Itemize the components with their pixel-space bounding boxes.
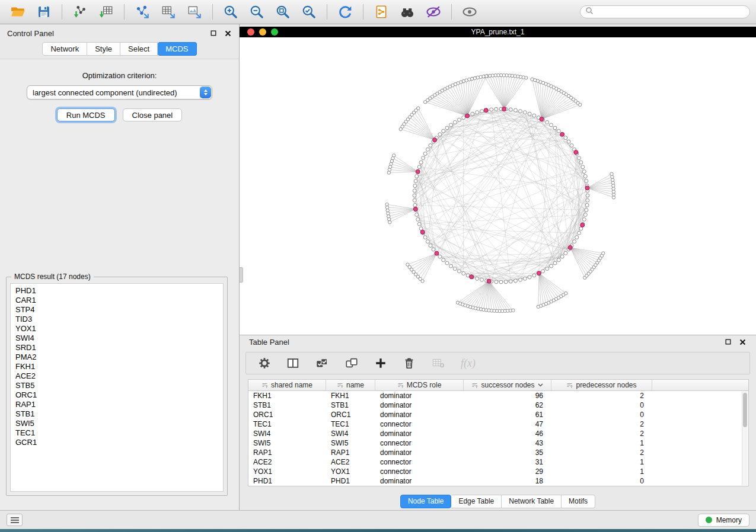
mcds-result-groupbox: MCDS result (17 nodes) PHD1CAR1STP4TID3Y… — [6, 277, 228, 496]
open-folder-icon[interactable] — [6, 2, 30, 21]
zoom-in-icon[interactable] — [219, 2, 243, 21]
mcds-result-item[interactable]: SWI5 — [15, 419, 223, 428]
toolbar-separator — [327, 4, 327, 20]
status-menu-icon[interactable] — [7, 514, 23, 526]
hide-analyzer-icon[interactable] — [422, 2, 445, 21]
desktop-background-strip — [0, 529, 756, 532]
tab-motifs[interactable]: Motifs — [562, 495, 595, 508]
column-header-name[interactable]: name — [326, 380, 375, 390]
maximize-window-icon[interactable] — [271, 28, 278, 36]
close-window-icon[interactable] — [247, 28, 254, 36]
column-header-successor-nodes[interactable]: successor nodes — [464, 380, 551, 390]
mcds-result-item[interactable]: FKH1 — [15, 362, 223, 371]
cell-shared_name: RAP1 — [248, 448, 326, 457]
mcds-result-item[interactable]: ORC1 — [15, 390, 223, 400]
tab-network-table[interactable]: Network Table — [502, 495, 562, 508]
export-table-icon[interactable] — [157, 2, 180, 21]
mcds-result-item[interactable]: PMA2 — [15, 352, 223, 362]
table-row[interactable]: SWI5SWI5connector431 — [248, 438, 748, 448]
column-header-predecessor-nodes[interactable]: predecessor nodes — [551, 380, 652, 390]
table-scrollbar[interactable] — [742, 392, 748, 485]
table-panel: Table Panel — [240, 335, 756, 510]
tab-network[interactable]: Network — [42, 42, 87, 56]
float-panel-icon[interactable] — [724, 338, 732, 346]
cell-shared_name: FKH1 — [248, 392, 326, 400]
zoom-fit-icon[interactable] — [271, 2, 295, 21]
table-row[interactable]: STB1STB1dominator620 — [248, 400, 748, 410]
table-settings-gear-icon[interactable] — [258, 354, 271, 372]
add-column-icon[interactable] — [374, 354, 387, 372]
network-graph[interactable] — [240, 37, 755, 335]
save-icon[interactable] — [32, 2, 56, 21]
tab-style[interactable]: Style — [87, 42, 120, 56]
delete-table-icon — [431, 354, 445, 372]
mcds-result-item[interactable]: PHD1 — [15, 286, 223, 296]
cell-role: dominator — [375, 392, 464, 400]
eye-icon[interactable] — [458, 2, 481, 21]
table-row[interactable]: ACE2ACE2connector311 — [248, 457, 748, 467]
global-search-field[interactable] — [580, 5, 750, 18]
import-network-icon[interactable] — [68, 2, 92, 21]
close-panel-icon[interactable] — [738, 338, 747, 346]
table-row[interactable]: ORC1ORC1dominator610 — [248, 410, 748, 419]
mcds-result-item[interactable]: SWI4 — [15, 334, 223, 343]
cell-pred: 2 — [551, 392, 652, 400]
table-row[interactable]: YOX1YOX1connector291 — [248, 467, 748, 476]
memory-button[interactable]: Memory — [698, 514, 749, 527]
table-panel-tabs: Node TableEdge TableNetwork TableMotifs — [240, 495, 756, 508]
mcds-result-item[interactable]: GCR1 — [15, 438, 223, 447]
main-area: Control Panel NetworkStyleSelectMCDS Opt… — [0, 24, 756, 510]
column-header-shared-name[interactable]: shared name — [248, 380, 326, 390]
table-row[interactable]: PHD1PHD1dominator180 — [248, 476, 748, 486]
network-window-titlebar[interactable]: YPA_prune.txt_1 — [240, 27, 756, 37]
table-scrollbar-thumb[interactable] — [743, 393, 747, 427]
delete-column-icon[interactable] — [403, 354, 416, 372]
mcds-result-item[interactable]: STB1 — [15, 409, 223, 419]
table-row[interactable]: FKH1FKH1dominator962 — [248, 391, 748, 400]
tab-edge-table[interactable]: Edge Table — [451, 495, 502, 508]
export-image-icon[interactable] — [183, 2, 206, 21]
zoom-selected-icon[interactable] — [297, 2, 321, 21]
node-table-body: FKH1FKH1dominator962STB1STB1dominator620… — [248, 391, 748, 486]
deselect-all-columns-icon[interactable] — [344, 354, 359, 372]
mcds-result-item[interactable]: YOX1 — [15, 324, 223, 334]
column-header-MCDS-role[interactable]: MCDS role — [375, 380, 464, 390]
export-network-icon[interactable] — [130, 2, 154, 21]
show-columns-icon[interactable] — [286, 354, 299, 372]
refresh-icon[interactable] — [333, 2, 357, 21]
close-panel-icon[interactable] — [224, 29, 232, 37]
share-document-icon[interactable] — [369, 2, 393, 21]
table-row[interactable]: RAP1RAP1dominator352 — [248, 448, 748, 457]
mcds-result-item[interactable]: RAP1 — [15, 400, 223, 409]
control-panel: Control Panel NetworkStyleSelectMCDS Opt… — [0, 24, 240, 510]
node-table: shared namenameMCDS rolesuccessor nodesp… — [248, 379, 749, 486]
tab-mcds[interactable]: MCDS — [158, 42, 196, 56]
mcds-result-item[interactable]: TEC1 — [15, 428, 223, 438]
minimize-window-icon[interactable] — [259, 28, 266, 36]
mcds-result-list[interactable]: PHD1CAR1STP4TID3YOX1SWI4SRD1PMA2FKH1ACE2… — [10, 283, 224, 492]
mcds-result-item[interactable]: STB5 — [15, 381, 223, 390]
mcds-result-title: MCDS result (17 nodes) — [11, 273, 94, 281]
zoom-out-icon[interactable] — [245, 2, 269, 21]
search-network-icon[interactable] — [395, 2, 419, 21]
network-canvas[interactable] — [240, 37, 756, 335]
pane-divider-handle[interactable] — [240, 267, 243, 283]
float-panel-icon[interactable] — [209, 29, 218, 37]
search-icon — [585, 7, 594, 17]
run-mcds-button[interactable]: Run MCDS — [57, 108, 115, 121]
optimization-criterion-select[interactable]: largest connected component (undirected) — [27, 85, 212, 100]
mcds-result-item[interactable]: STP4 — [15, 305, 223, 315]
import-table-icon[interactable] — [94, 2, 118, 21]
table-row[interactable]: SWI4SWI4dominator462 — [248, 429, 748, 438]
mcds-result-item[interactable]: SRD1 — [15, 343, 223, 352]
search-input[interactable] — [596, 8, 745, 16]
select-all-columns-icon[interactable] — [315, 354, 329, 372]
cell-shared_name: STB1 — [248, 401, 326, 409]
mcds-result-item[interactable]: TID3 — [15, 315, 223, 324]
mcds-result-item[interactable]: ACE2 — [15, 371, 223, 381]
tab-node-table[interactable]: Node Table — [400, 495, 452, 508]
close-panel-button[interactable]: Close panel — [123, 108, 183, 121]
mcds-result-item[interactable]: CAR1 — [15, 296, 223, 305]
table-row[interactable]: TEC1TEC1connector472 — [248, 419, 748, 429]
tab-select[interactable]: Select — [120, 42, 158, 56]
